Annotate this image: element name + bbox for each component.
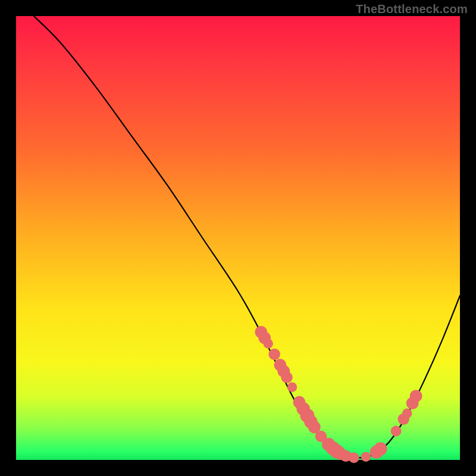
curve-marker <box>349 452 359 463</box>
curve-marker <box>281 372 292 383</box>
curve-layer <box>16 16 460 460</box>
curve-marker <box>361 452 371 462</box>
curve-marker <box>391 426 402 437</box>
curve-marker <box>374 442 387 455</box>
curve-marker <box>287 382 297 392</box>
chart-frame: TheBottleneck.com <box>0 0 476 476</box>
plot-area <box>16 16 460 460</box>
curve-markers <box>255 326 422 464</box>
curve-marker <box>410 390 422 402</box>
attribution-label: TheBottleneck.com <box>356 2 468 16</box>
curve-marker <box>268 349 280 360</box>
bottleneck-curve <box>34 16 460 458</box>
curve-marker <box>264 339 273 348</box>
curve-marker <box>402 408 412 418</box>
